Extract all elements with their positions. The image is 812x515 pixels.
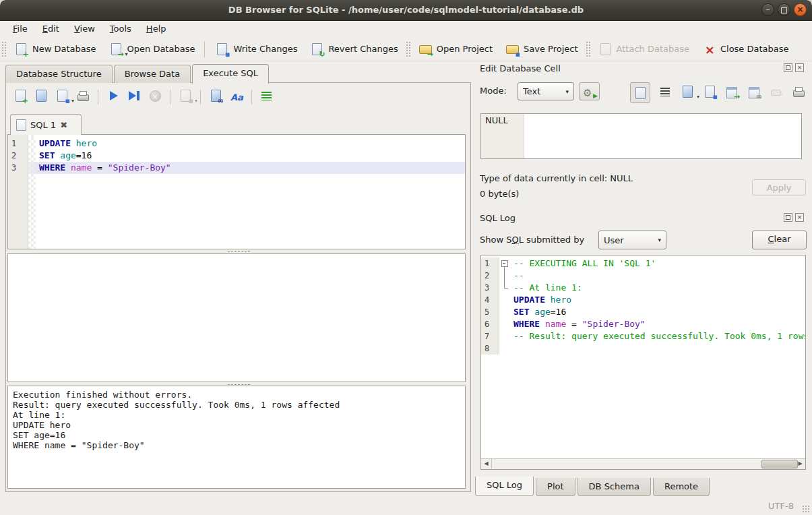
fold-margin[interactable] [499,258,510,270]
resize-grip[interactable] [802,505,810,513]
scrollbar-thumb[interactable] [761,460,798,468]
mode-value: Text [523,86,540,96]
revert-changes-button[interactable]: ↻Revert Changes [303,40,404,59]
scroll-left-icon[interactable]: ◀ [481,459,492,468]
text-mode-toggle-button[interactable] [630,82,650,103]
line-number: 6 [481,318,499,330]
submitted-by-select[interactable]: User ▾ [598,231,666,249]
log-line[interactable]: 5SET age=16 [481,306,805,318]
gear-icon: ⚙▶ [582,84,596,98]
scrollbar-track[interactable] [492,459,794,469]
editor-line[interactable]: 1UPDATE hero [8,138,465,150]
results-pane [7,253,466,382]
sql-editor-toolbar: +▪▾×▪▾∞Aa [13,88,274,105]
message-line: WHERE name = "Spider-Boy" [13,440,460,450]
dock-tab-plot[interactable]: Plot [536,478,575,496]
fold-collapse-icon[interactable] [501,260,508,267]
message-line: Execution finished without errors. [13,390,460,400]
open-project-button[interactable]: →Open Project [412,40,499,59]
revert-changes-label: Revert Changes [328,44,398,54]
code-text: UPDATE hero [36,138,465,150]
edit-cell-title: Edit Database Cell [480,63,561,73]
save-cell-file-button[interactable]: ▪ [702,84,717,101]
code-text: -- At line 1: [510,282,805,294]
apply-button[interactable]: Apply [752,179,806,195]
log-line[interactable]: 6WHERE name = "Spider-Boy" [481,318,805,330]
log-line[interactable]: 8 [481,342,805,355]
close-dock-icon[interactable]: × [795,63,804,72]
close-dock-icon[interactable]: × [795,213,804,222]
save-project-button[interactable]: ▪Save Project [499,40,584,59]
right-dock-area: Edit Database Cell × Mode: Text ▾ ⚙▶ ▾▪→… [475,61,807,495]
execute-current-line-button[interactable] [127,88,142,105]
tab-close-icon[interactable]: ✖ [60,120,67,130]
toolbar-handle [1,41,6,57]
save-results-button[interactable]: ▪▾ [178,88,193,105]
tab-database-structure[interactable]: Database Structure [5,65,113,83]
menu-item-view[interactable]: View [67,22,102,36]
editor-line[interactable]: 2SET age=16 [8,150,465,162]
write-changes-label: Write Changes [233,44,297,54]
log-line[interactable]: 1-- EXECUTING ALL IN 'SQL 1' [481,258,805,270]
word-wrap-button[interactable] [658,84,673,101]
link-cell-data-button[interactable]: ∞ [747,84,761,101]
stop-execution-button[interactable]: × [148,88,162,105]
sql-document-tab[interactable]: SQL 1 ✖ [10,114,82,135]
sql-log-content[interactable]: 1-- EXECUTING ALL IN 'SQL 1'2--3-- At li… [481,255,805,459]
open-database-button[interactable]: →▾Open Database [102,40,201,59]
mode-select[interactable]: Text ▾ [518,82,574,100]
dock-tab-db-schema[interactable]: DB Schema [577,478,651,496]
toolbar-separator [204,41,205,57]
open-cell-file-button[interactable]: ▾ [680,84,695,101]
sql-log-title: SQL Log [480,213,516,223]
word-case-button[interactable]: Aa [229,88,244,105]
cell-edit-area[interactable] [524,114,801,158]
indent-format-button[interactable] [259,88,274,105]
execute-all-button[interactable] [106,88,121,105]
write-changes-icon: ▪ [214,42,229,57]
clear-button[interactable]: Clear [752,231,807,249]
tab-browse-data[interactable]: Browse Data [114,65,191,83]
close-database-button[interactable]: ×Close Database [695,40,795,59]
new-database-button[interactable]: +New Database [7,40,102,59]
sql-editor[interactable]: 1UPDATE hero2SET age=163WHERE name = "Sp… [7,134,466,249]
log-line[interactable]: 7-- Result: query executed successfully.… [481,330,805,342]
line-number: 1 [8,138,28,150]
save-sql-file-button[interactable]: ▪▾ [55,88,69,105]
message-line: Result: query executed successfully. Too… [13,400,460,410]
editor-line[interactable]: 3WHERE name = "Spider-Boy" [8,162,465,174]
open-sql-file-button[interactable] [34,88,49,105]
minimize-icon[interactable]: – [761,3,774,16]
menu-item-file[interactable]: File [5,22,35,36]
print-sql-button[interactable] [75,88,90,105]
float-dock-icon[interactable] [784,63,792,72]
line-number: 3 [481,282,499,294]
revert-changes-icon: ↻ [309,42,324,57]
menu-item-edit[interactable]: Edit [35,22,67,36]
close-icon[interactable]: × [794,3,807,16]
fold-margin [499,342,510,355]
tab-execute-sql[interactable]: Execute SQL [192,64,269,84]
message-line: UPDATE hero [13,420,460,430]
dock-tab-sql-log[interactable]: SQL Log [475,477,534,496]
new-sql-tab-button[interactable]: + [13,88,28,105]
horizontal-scrollbar[interactable]: ◀ ▶ [481,458,805,469]
log-line[interactable]: 4UPDATE hero [481,294,805,306]
new-database-icon: + [13,42,28,57]
import-cell-data-button[interactable]: → [724,84,739,101]
cell-editor-box[interactable]: NULL [480,113,802,159]
print-cell-button[interactable] [791,84,806,101]
attach-database-button[interactable]: Attach Database [592,40,695,59]
maximize-icon[interactable] [778,3,790,16]
menu-item-tools[interactable]: Tools [102,22,139,36]
indent-format-icon [259,88,274,103]
float-dock-icon[interactable] [784,213,792,222]
menu-item-help[interactable]: Help [139,22,174,36]
auto-switch-button[interactable]: ⚙▶ [579,82,600,100]
log-line[interactable]: 2-- [481,270,805,282]
log-line[interactable]: 3-- At line 1: [481,282,805,294]
set-null-button[interactable]: − [769,84,784,101]
write-changes-button[interactable]: ▪Write Changes [208,40,303,59]
dock-tab-remote[interactable]: Remote [653,478,710,496]
find-replace-button[interactable]: ∞ [208,88,223,105]
